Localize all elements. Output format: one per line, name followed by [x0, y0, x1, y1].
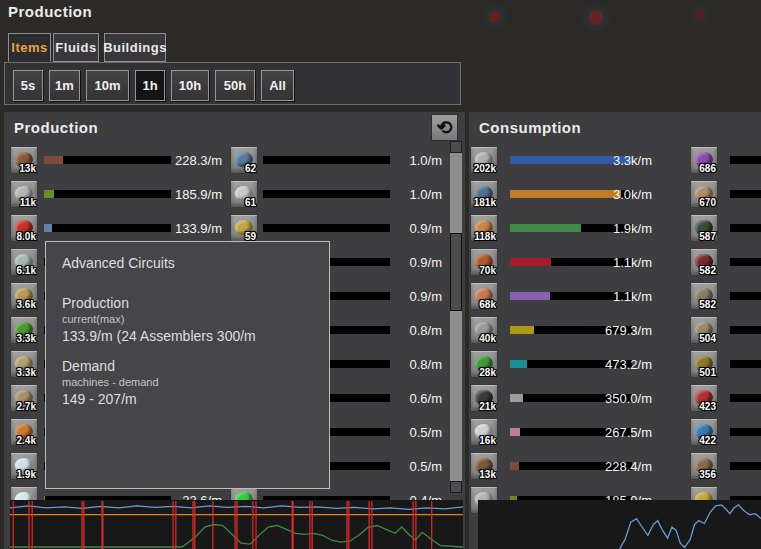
iron-ore-icon[interactable]: 181k — [470, 180, 498, 208]
rate-value: 3.3k/m — [557, 153, 652, 168]
copper-cable-icon[interactable]: 118k — [470, 214, 498, 242]
item-count: 423 — [699, 401, 716, 412]
furnace-icon[interactable]: 670 — [690, 180, 718, 208]
rail-icon[interactable]: 2.7k — [10, 384, 38, 412]
rate-bar — [730, 292, 761, 300]
iron-gear-wheel-icon[interactable]: 40k — [470, 316, 498, 344]
time-button-10h[interactable]: 10h — [171, 70, 209, 101]
rate-value: 473.2/m — [557, 357, 652, 372]
copper-cable-icon[interactable]: 2.4k — [10, 418, 38, 446]
item-count: 62 — [245, 163, 256, 174]
copper-ore-icon[interactable]: 70k — [470, 248, 498, 276]
production-scrollbar[interactable] — [450, 141, 462, 493]
tab-buildings-label: Buildings — [95, 40, 175, 55]
item-count: 3.6k — [17, 299, 36, 310]
item-count: 16k — [479, 435, 496, 446]
red-machine-icon[interactable]: 423 — [690, 384, 718, 412]
rate-value: 350.0/m — [557, 391, 652, 406]
rate-value: 185.9/m — [127, 187, 222, 202]
rate-value: 0.9/m — [347, 289, 442, 304]
time-button-50h[interactable]: 50h — [215, 70, 255, 101]
advanced-circuit-icon[interactable]: 8.0k — [10, 214, 38, 242]
item-count: 356 — [699, 469, 716, 480]
construction-robot-icon[interactable]: 59 — [230, 214, 258, 242]
rate-bar-fill — [44, 224, 52, 232]
item-count: 28k — [479, 367, 496, 378]
coal-icon[interactable]: 21k — [470, 384, 498, 412]
tooltip-production-heading: Production — [62, 295, 313, 311]
background-machine — [670, 2, 730, 28]
tooltip-demand-sub: machines - demand — [62, 376, 313, 388]
uranium-ore-icon[interactable]: 3.3k — [10, 316, 38, 344]
rate-bar-fill — [510, 394, 523, 402]
item-count: 13k — [19, 163, 36, 174]
production-science-icon[interactable]: 686 — [690, 146, 718, 174]
electric-engine-icon[interactable]: 62 — [230, 146, 258, 174]
ore-icon[interactable]: 13k — [470, 452, 498, 480]
time-button-all[interactable]: All — [261, 70, 294, 101]
gun-icon[interactable]: 587 — [690, 214, 718, 242]
production-scrollbar-thumb[interactable] — [450, 233, 462, 311]
rate-bar-fill — [44, 156, 63, 164]
tab-buildings[interactable]: Buildings — [104, 33, 166, 62]
time-button-5s[interactable]: 5s — [13, 70, 43, 101]
item-count: 61 — [245, 197, 256, 208]
background-machine — [560, 0, 640, 32]
stone-icon[interactable]: 202k — [470, 146, 498, 174]
rate-bar — [730, 394, 761, 402]
item-count: 670 — [699, 197, 716, 208]
time-button-10m[interactable]: 10m — [86, 70, 129, 101]
transport-belt-icon[interactable]: 3.6k — [10, 282, 38, 310]
steel-plate-icon[interactable]: 16k — [470, 418, 498, 446]
robot-icon[interactable]: 61 — [230, 180, 258, 208]
rate-value: 0.6/m — [347, 391, 442, 406]
yellow-belt-icon[interactable]: 501 — [690, 350, 718, 378]
rate-value: 228.4/m — [557, 459, 652, 474]
item-count: 3.3k — [17, 333, 36, 344]
tab-fluids[interactable]: Fluids — [53, 33, 99, 62]
turret-icon[interactable]: 3.3k — [10, 350, 38, 378]
item-count: 181k — [474, 197, 496, 208]
rate-value: 0.8/m — [347, 357, 442, 372]
rate-value: 1.9k/m — [557, 221, 652, 236]
rate-bar-fill — [510, 428, 520, 436]
circular-arrow-icon: ⟲ — [437, 118, 453, 137]
blue-machine-icon[interactable]: 422 — [690, 418, 718, 446]
red-belt-icon[interactable]: 582 — [690, 248, 718, 276]
time-button-1h[interactable]: 1h — [135, 70, 165, 101]
tooltip-demand-heading: Demand — [62, 358, 313, 374]
stone-brick-icon[interactable]: 6.1k — [10, 248, 38, 276]
rate-value: 0.5/m — [347, 425, 442, 440]
flask-icon[interactable]: 1.9k — [10, 452, 38, 480]
machine-icon[interactable]: 504 — [690, 316, 718, 344]
brown-machine-icon[interactable]: 356 — [690, 452, 718, 480]
tooltip-production-value: 133.9/m (24 Assemblers 300/m — [62, 328, 313, 344]
window-title: Production — [8, 3, 92, 20]
scrollbar-top-cap[interactable] — [450, 141, 462, 153]
background-machine — [460, 0, 530, 30]
consumption-header: Consumption — [479, 119, 581, 136]
item-count: 202k — [474, 163, 496, 174]
item-count: 2.4k — [17, 435, 36, 446]
rate-bar — [730, 190, 761, 198]
rate-bar-fill — [44, 190, 54, 198]
item-count: 582 — [699, 299, 716, 310]
item-count: 70k — [479, 265, 496, 276]
electronic-circuit-icon[interactable]: 28k — [470, 350, 498, 378]
time-button-1m[interactable]: 1m — [49, 70, 80, 101]
rate-bar — [730, 360, 761, 368]
scrollbar-bottom-cap[interactable] — [450, 481, 462, 493]
item-count: 6.1k — [17, 265, 36, 276]
item-count: 21k — [479, 401, 496, 412]
engine-unit-icon[interactable]: 582 — [690, 282, 718, 310]
item-count: 13k — [479, 469, 496, 480]
tooltip-title: Advanced Circuits — [62, 255, 313, 271]
copper-ore-icon[interactable]: 13k — [10, 146, 38, 174]
iron-plate-icon[interactable]: 11k — [10, 180, 38, 208]
copper-plate-icon[interactable]: 68k — [470, 282, 498, 310]
tooltip-production-sub: current(max) — [62, 313, 313, 325]
tab-items[interactable]: Items — [8, 33, 51, 62]
production-header: Production — [14, 119, 98, 136]
item-count: 587 — [699, 231, 716, 242]
swap-production-consumption-button[interactable]: ⟲ — [431, 114, 458, 141]
